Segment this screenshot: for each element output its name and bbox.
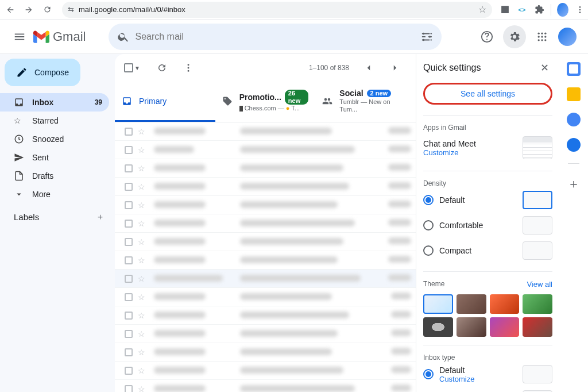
- sidebar-item-snoozed[interactable]: Snoozed: [0, 130, 109, 148]
- email-row[interactable]: ☆: [115, 325, 416, 343]
- theme-tile[interactable]: [490, 294, 520, 314]
- add-label-icon[interactable]: ＋: [96, 212, 105, 222]
- sidebar-item-sent[interactable]: Sent: [0, 148, 109, 167]
- pagination-text: 1–100 of 838: [309, 64, 349, 72]
- email-row[interactable]: ☆: [115, 343, 416, 362]
- theme-tile[interactable]: [423, 317, 453, 337]
- extensions-icon[interactable]: [533, 4, 545, 16]
- sidebar-item-starred[interactable]: ☆ Starred: [0, 112, 109, 130]
- theme-section-title: Theme: [423, 280, 444, 289]
- theme-tile[interactable]: [423, 294, 453, 314]
- email-row[interactable]: ☆: [115, 306, 416, 325]
- density-compact-option[interactable]: Compact: [423, 238, 552, 263]
- refresh-icon[interactable]: [150, 56, 173, 79]
- tab-badge: 2 new: [367, 90, 392, 97]
- apps-customize-link[interactable]: Customize: [423, 148, 476, 157]
- profile-avatar-icon[interactable]: [557, 4, 568, 16]
- email-row[interactable]: ☆: [115, 196, 416, 214]
- extension-ab-icon[interactable]: <>: [516, 4, 528, 16]
- theme-tile[interactable]: [457, 317, 486, 337]
- people-icon: [322, 96, 332, 106]
- forward-icon[interactable]: [21, 2, 37, 18]
- reload-icon[interactable]: [39, 2, 55, 18]
- email-row[interactable]: ☆: [115, 141, 416, 159]
- inbox-thumbnail: [523, 365, 552, 383]
- apps-thumbnail: [523, 136, 552, 159]
- search-input[interactable]: [135, 32, 415, 42]
- reading-list-icon[interactable]: [499, 4, 510, 16]
- support-icon[interactable]: [475, 25, 498, 48]
- inbox-icon: [14, 97, 32, 107]
- inbox-customize-link[interactable]: Customize: [439, 375, 474, 383]
- svg-point-19: [187, 70, 189, 72]
- pencil-icon: [16, 67, 28, 78]
- svg-point-3: [423, 32, 425, 34]
- settings-icon[interactable]: [503, 25, 526, 48]
- email-row[interactable]: ☆: [115, 214, 416, 233]
- more-actions-icon[interactable]: [177, 56, 200, 79]
- sidebar-item-drafts[interactable]: Drafts: [0, 167, 109, 185]
- bookmark-star-icon[interactable]: ☆: [478, 4, 486, 15]
- theme-view-all-link[interactable]: View all: [527, 280, 552, 289]
- get-addons-icon[interactable]: ＋: [567, 175, 580, 193]
- search-bar: [109, 24, 442, 50]
- svg-point-13: [538, 39, 540, 41]
- apps-grid-icon[interactable]: [531, 25, 554, 48]
- theme-tile[interactable]: [457, 294, 486, 314]
- sidebar-item-more[interactable]: More: [0, 185, 109, 203]
- email-row[interactable]: ☆: [115, 251, 416, 270]
- email-row[interactable]: ☆: [115, 288, 416, 306]
- contacts-addon-icon[interactable]: [567, 138, 581, 152]
- close-icon[interactable]: ✕: [536, 60, 552, 76]
- gmail-logo[interactable]: Gmail: [33, 29, 86, 44]
- tab-primary[interactable]: Primary: [115, 82, 215, 122]
- email-row[interactable]: ☆: [115, 270, 416, 288]
- email-row[interactable]: ☆: [115, 159, 416, 178]
- inbox-type-section-title: Inbox type: [423, 353, 552, 362]
- next-page-icon[interactable]: [384, 56, 407, 79]
- search-icon[interactable]: [112, 25, 135, 48]
- theme-tile[interactable]: [490, 317, 520, 337]
- chat-meet-label: Chat and Meet: [423, 139, 476, 148]
- calendar-addon-icon[interactable]: [567, 62, 581, 76]
- density-comfortable-option[interactable]: Comfortable: [423, 213, 552, 238]
- inbox-type-important-option[interactable]: Important first ❯: [423, 387, 552, 392]
- density-default-option[interactable]: Default: [423, 187, 552, 213]
- email-row[interactable]: ☆: [115, 362, 416, 380]
- select-all-checkbox[interactable]: ▼: [124, 63, 140, 72]
- theme-tile[interactable]: [523, 294, 552, 314]
- sidebar-item-label: Starred: [32, 116, 102, 125]
- url-bar[interactable]: ⇆ mail.google.com/mail/u/0/#inbox ☆: [62, 2, 492, 18]
- radio-icon: [423, 195, 434, 205]
- browser-menu-icon[interactable]: [574, 4, 586, 16]
- email-row[interactable]: ☆: [115, 380, 416, 392]
- prev-page-icon[interactable]: [357, 56, 380, 79]
- see-all-settings-button[interactable]: See all settings: [423, 83, 552, 105]
- compose-button[interactable]: Compose: [5, 59, 80, 86]
- radio-icon: [423, 220, 434, 230]
- svg-point-9: [544, 32, 546, 34]
- site-info-icon[interactable]: ⇆: [68, 5, 74, 14]
- main-menu-icon[interactable]: [6, 23, 33, 51]
- tasks-addon-icon[interactable]: [567, 113, 581, 126]
- svg-point-18: [187, 67, 189, 69]
- tab-social[interactable]: Social2 new Tumblr — New on Tum...: [315, 82, 416, 122]
- tab-promotions[interactable]: Promotio...26 new Chess.com — ● T...: [215, 82, 316, 122]
- email-row[interactable]: ☆: [115, 178, 416, 196]
- email-row[interactable]: ☆: [115, 122, 416, 141]
- keep-addon-icon[interactable]: [567, 87, 581, 101]
- theme-tile[interactable]: [523, 317, 552, 337]
- account-avatar[interactable]: [558, 28, 577, 46]
- density-thumbnail: [523, 191, 552, 209]
- sidebar-item-inbox[interactable]: Inbox 39: [0, 93, 109, 112]
- star-icon: ☆: [14, 116, 32, 125]
- toolbar: ▼ 1–100 of 838: [115, 54, 416, 82]
- apps-section-title: Apps in Gmail: [423, 124, 552, 132]
- divider: [568, 163, 579, 164]
- email-row[interactable]: ☆: [115, 233, 416, 251]
- back-icon[interactable]: [2, 2, 18, 18]
- inbox-type-default-option[interactable]: Default Customize: [423, 362, 552, 387]
- search-options-icon[interactable]: [415, 25, 438, 48]
- tab-label: Primary: [139, 97, 167, 106]
- sidebar-item-label: More: [32, 190, 102, 199]
